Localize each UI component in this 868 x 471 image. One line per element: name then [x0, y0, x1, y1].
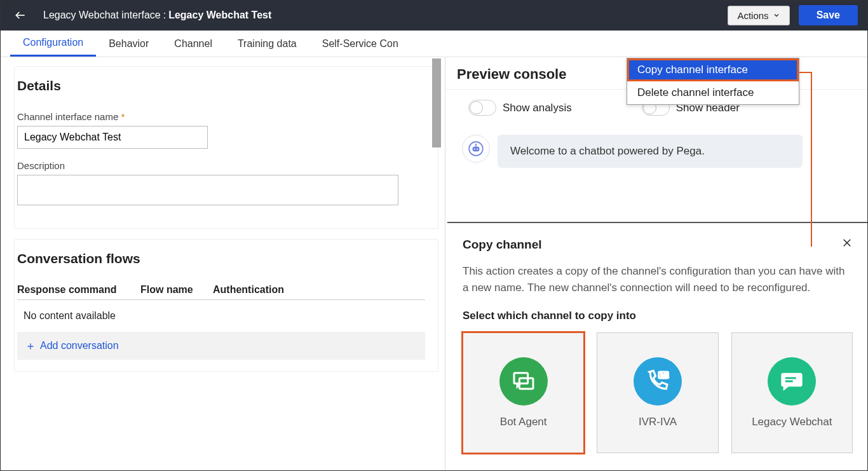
header-title: Legacy Webchat interface : Legacy Webcha… — [43, 10, 271, 21]
conversation-flows-card: Conversation flows Response command Flow… — [14, 239, 438, 372]
modal-title: Copy channel — [463, 238, 841, 252]
channel-card-legacy-webchat[interactable]: Legacy Webchat — [731, 332, 853, 453]
show-analysis-label: Show analysis — [503, 102, 572, 114]
header-prefix: Legacy Webchat interface — [43, 10, 161, 21]
col-response-command: Response command — [17, 284, 138, 296]
channel-card-label: IVR-IVA — [639, 416, 677, 428]
show-analysis-toggle[interactable] — [468, 100, 496, 116]
svg-rect-2 — [473, 147, 480, 152]
tab-channel[interactable]: Channel — [161, 31, 225, 57]
chat-bubble-icon — [499, 357, 548, 406]
header-separator: : — [163, 10, 166, 21]
tabs-bar: Configuration Behavior Channel Training … — [0, 31, 868, 57]
chevron-down-icon — [773, 11, 780, 19]
plus-icon: ＋ — [25, 338, 36, 353]
svg-text:IVR: IVR — [660, 372, 668, 378]
preview-title: Preview console — [457, 66, 566, 83]
col-flow-name: Flow name — [140, 284, 210, 296]
bot-avatar-icon — [462, 135, 490, 163]
scrollbar[interactable] — [432, 58, 441, 147]
tab-self-service[interactable]: Self-Service Con — [309, 31, 411, 57]
left-pane: Details Channel interface name * Descrip… — [0, 57, 445, 471]
add-conversation-label: Add conversation — [40, 340, 119, 352]
tab-configuration[interactable]: Configuration — [10, 31, 96, 57]
channel-card-label: Legacy Webchat — [752, 416, 832, 428]
copy-channel-modal: Copy channel This action creates a copy … — [447, 222, 868, 471]
flows-table-head: Response command Flow name Authenticatio… — [17, 284, 425, 300]
message-icon — [768, 357, 816, 406]
phone-ivr-icon: IVR — [634, 357, 682, 406]
actions-button[interactable]: Actions — [728, 6, 789, 25]
back-button[interactable] — [10, 5, 31, 25]
details-title: Details — [17, 78, 425, 93]
tab-training-data[interactable]: Training data — [225, 31, 309, 57]
header-name: Legacy Webchat Test — [168, 10, 271, 21]
select-channel-label: Select which channel to copy into — [463, 310, 853, 322]
no-content-text: No content available — [17, 300, 425, 332]
annotation-line — [811, 72, 812, 247]
tab-behavior[interactable]: Behavior — [96, 31, 161, 57]
channel-card-ivr-iva[interactable]: IVR IVR-IVA — [597, 332, 718, 453]
col-authentication: Authentication — [213, 284, 315, 296]
flows-title: Conversation flows — [17, 251, 425, 266]
svg-point-4 — [477, 148, 478, 149]
header-bar: Legacy Webchat interface : Legacy Webcha… — [0, 0, 868, 31]
svg-rect-14 — [785, 380, 793, 382]
details-card: Details Channel interface name * Descrip… — [14, 66, 438, 229]
chat-message: Welcome to a chatbot powered by Pega. — [445, 126, 868, 177]
svg-point-6 — [475, 144, 477, 145]
description-input[interactable] — [17, 175, 398, 205]
description-label: Description — [17, 160, 425, 171]
add-conversation-button[interactable]: ＋ Add conversation — [17, 332, 425, 360]
save-button[interactable]: Save — [799, 5, 858, 25]
actions-label: Actions — [737, 10, 768, 21]
name-label: Channel interface name * — [17, 111, 425, 122]
modal-description: This action creates a copy of the channe… — [463, 263, 853, 296]
close-icon[interactable] — [841, 237, 853, 252]
svg-rect-13 — [785, 377, 796, 379]
channel-card-bot-agent[interactable]: Bot Agent — [463, 332, 584, 453]
welcome-message: Welcome to a chatbot powered by Pega. — [498, 135, 803, 168]
menu-delete-channel[interactable]: Delete channel interface — [627, 81, 799, 104]
channel-name-input[interactable] — [17, 126, 208, 149]
channel-card-label: Bot Agent — [500, 416, 547, 428]
actions-menu: Copy channel interface Delete channel in… — [627, 58, 799, 105]
menu-copy-channel[interactable]: Copy channel interface — [627, 58, 799, 81]
svg-point-3 — [474, 148, 475, 149]
